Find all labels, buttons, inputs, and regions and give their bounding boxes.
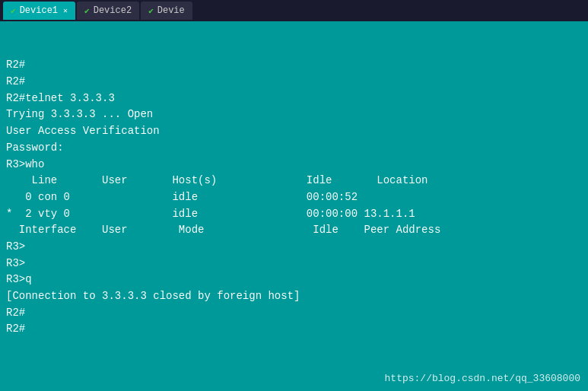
- tab-device3[interactable]: ✔ Devie: [141, 2, 192, 20]
- tab-device1-label: Device1: [20, 5, 58, 16]
- tab-close-button[interactable]: ✕: [63, 6, 68, 15]
- tab-bar: ✔ Device1 ✕ ✔ Device2 ✔ Devie: [0, 0, 588, 21]
- terminal-line: Password:: [6, 140, 582, 157]
- tab-check-icon-3: ✔: [148, 6, 154, 16]
- terminal-line: R2#telnet 3.3.3.3: [6, 91, 582, 107]
- tab-device2-label: Device2: [94, 5, 132, 16]
- watermark: https://blog.csdn.net/qq_33608000: [385, 371, 580, 386]
- terminal-line: R2#: [6, 57, 582, 74]
- terminal-line: User Access Verification: [6, 123, 582, 140]
- terminal-line: Trying 3.3.3.3 ... Open: [6, 106, 582, 123]
- terminal-line: R3>: [6, 239, 582, 256]
- terminal-line: 0 con 0 idle 00:00:52: [6, 189, 582, 206]
- terminal-line: Line User Host(s) Idle Location: [6, 173, 582, 189]
- terminal-line: R2#: [6, 305, 582, 322]
- terminal-line: Interface User Mode Idle Peer Address: [6, 222, 582, 239]
- terminal-line: R2#: [6, 321, 582, 338]
- terminal-area[interactable]: R2#R2#R2#telnet 3.3.3.3Trying 3.3.3.3 ..…: [0, 21, 588, 391]
- terminal-line: * 2 vty 0 idle 00:00:00 13.1.1.1: [6, 206, 582, 223]
- tab-check-icon: ✔: [11, 6, 16, 16]
- tab-device1[interactable]: ✔ Device1 ✕: [3, 2, 75, 20]
- terminal-line: R2#: [6, 74, 582, 91]
- tab-check-icon-2: ✔: [84, 6, 90, 16]
- terminal-line: R3>: [6, 256, 582, 272]
- terminal-line: [Connection to 3.3.3.3 closed by foreign…: [6, 288, 582, 305]
- terminal-line: R3>who: [6, 157, 582, 173]
- tab-device2[interactable]: ✔ Device2: [77, 2, 139, 20]
- tab-device3-label: Devie: [157, 5, 185, 16]
- terminal-line: R3>q: [6, 272, 582, 288]
